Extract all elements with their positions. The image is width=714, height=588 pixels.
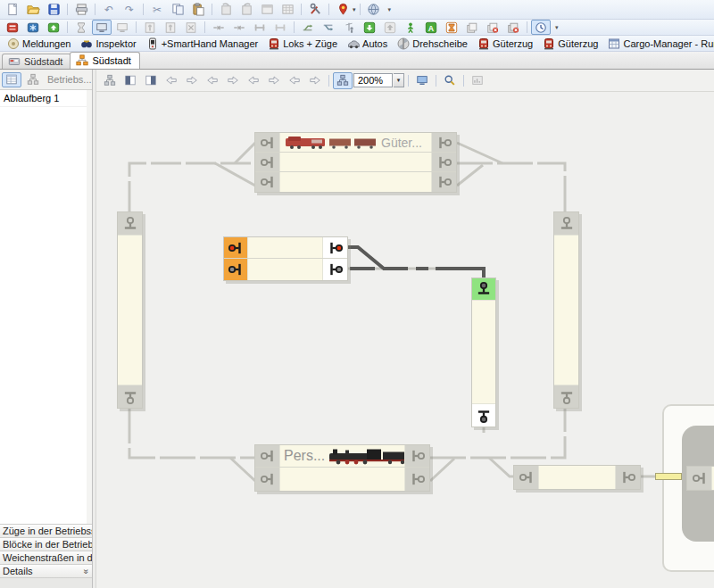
nav-arrow-left-icon[interactable] [162, 72, 181, 89]
nav-arrow-left-icon[interactable] [244, 72, 263, 89]
block-connector[interactable] [255, 468, 279, 491]
grid-window-icon[interactable] [278, 2, 297, 17]
pane-left-icon[interactable] [120, 72, 140, 89]
block-connector[interactable] [514, 466, 538, 489]
delete-stack-icon[interactable] [483, 20, 502, 35]
paste-icon[interactable] [188, 2, 208, 17]
block-connector[interactable] [118, 385, 142, 408]
zoom-dropdown[interactable]: ▾ [394, 73, 404, 87]
nav-arrow-left-icon[interactable] [285, 72, 304, 89]
crossing-icon[interactable] [209, 20, 228, 35]
redo-icon[interactable]: ↷ [120, 2, 139, 17]
auto-mode-icon[interactable]: A [421, 20, 441, 35]
tools-icon[interactable] [305, 2, 325, 17]
undo-icon[interactable]: ↶ [99, 2, 119, 17]
block-connector-selected[interactable] [224, 237, 247, 258]
block-group-personenzug[interactable]: Pers... [254, 444, 430, 492]
rotate-left-icon[interactable] [216, 2, 236, 17]
cut-icon[interactable]: ✂ [147, 2, 167, 17]
block-ablaufberg-selected[interactable] [223, 236, 348, 281]
window-button-autos[interactable]: Autos [343, 37, 392, 51]
find-icon[interactable] [440, 72, 460, 89]
nav-arrow-right-icon[interactable] [305, 72, 325, 89]
window-button-loks-zuege[interactable]: Loks + Züge [263, 37, 342, 51]
block-row[interactable] [255, 172, 456, 192]
block-connector[interactable] [432, 172, 456, 192]
block-connector-selected[interactable] [224, 259, 247, 280]
block-yard-entry[interactable] [686, 466, 714, 491]
window-button-inspektor[interactable]: Inspektor [76, 37, 140, 51]
clock-icon[interactable] [531, 20, 551, 35]
block-connector[interactable] [554, 212, 578, 235]
window-button-cargo-manager[interactable]: Cargo-Manager - Runde 0 [603, 37, 714, 51]
rotate-right-icon[interactable] [237, 2, 256, 17]
open-folder-icon[interactable] [23, 2, 43, 17]
section-bloecke[interactable]: Blöcke in der Betriebs...» [0, 537, 92, 551]
globe-icon[interactable] [364, 2, 384, 17]
buffer-right-icon[interactable] [270, 20, 290, 35]
new-document-icon[interactable] [3, 2, 22, 17]
properties-icon[interactable] [257, 2, 277, 17]
block-connector[interactable] [687, 467, 711, 490]
upload-gray-icon[interactable] [380, 20, 400, 35]
nav-arrow-right-icon[interactable] [264, 72, 284, 89]
toolbar-overflow[interactable]: ▾ [388, 6, 392, 13]
block-connector[interactable] [472, 404, 495, 427]
pane-right-icon[interactable] [141, 72, 161, 89]
delete-stack-icon[interactable] [503, 20, 523, 35]
fullscreen-icon[interactable] [412, 72, 432, 89]
window-button-smarthand[interactable]: +SmartHand Manager [142, 37, 263, 51]
power-icon[interactable] [23, 20, 43, 35]
block-connector[interactable] [118, 212, 142, 235]
toolbar-overflow[interactable]: ▾ [555, 24, 559, 31]
block-group-gueterzug[interactable]: Güter... [254, 132, 457, 193]
print-icon[interactable] [71, 2, 91, 17]
tree-view-icon[interactable] [23, 72, 43, 87]
hourglass-icon[interactable] [71, 20, 91, 35]
block-connector[interactable] [405, 468, 429, 491]
block-connector[interactable] [255, 172, 279, 192]
block-connector[interactable] [255, 445, 279, 467]
window-button-meldungen[interactable]: Meldungen [3, 37, 75, 51]
signal-window-icon[interactable] [140, 20, 160, 35]
section-weichenstrassen[interactable]: Weichenstraßen in de...» [0, 551, 92, 564]
block-row[interactable] [255, 468, 429, 491]
monitor-icon[interactable] [112, 20, 132, 35]
schematic-view-icon[interactable] [333, 72, 353, 89]
signal-window-icon[interactable] [161, 20, 180, 35]
timer-icon[interactable] [442, 20, 461, 35]
layout-tree-icon[interactable] [100, 72, 120, 89]
block-bottom-right[interactable] [513, 465, 641, 490]
worker-icon[interactable] [401, 20, 420, 35]
tab-suedstadt-dispatcher[interactable]: Südstadt [70, 52, 139, 69]
download-green-icon[interactable] [360, 20, 379, 35]
nav-arrow-right-icon[interactable] [223, 72, 243, 89]
block-connector-green[interactable] [472, 278, 495, 300]
block-connector[interactable] [323, 259, 347, 280]
nav-arrow-right-icon[interactable] [182, 72, 202, 89]
section-details[interactable]: Details» [0, 564, 92, 577]
block-connector[interactable] [323, 237, 347, 258]
window-button-drehscheibe[interactable]: Drehscheibe [393, 37, 472, 51]
block-row[interactable] [514, 466, 640, 489]
signal-window-close-icon[interactable] [181, 20, 201, 35]
block-row[interactable]: Güter... [255, 133, 456, 153]
route-switch-icon[interactable] [298, 20, 318, 35]
window-button-gueterzug-1[interactable]: Güterzug [473, 37, 537, 51]
block-row[interactable] [224, 259, 347, 280]
crossing-icon[interactable] [229, 20, 249, 35]
block-vertical-left[interactable] [117, 211, 143, 409]
stop-icon[interactable] [3, 20, 22, 35]
report-icon[interactable] [468, 72, 487, 89]
block-connector[interactable] [405, 445, 429, 467]
block-connector[interactable] [255, 153, 279, 171]
list-item-ablaufberg[interactable]: Ablaufberg 1 [0, 90, 87, 107]
section-zuege[interactable]: Züge in der Betriebsst...» [0, 524, 92, 537]
nav-arrow-left-icon[interactable] [203, 72, 222, 89]
monitor-active-icon[interactable] [92, 20, 112, 35]
track-diagram-canvas[interactable]: Güter... [96, 92, 714, 588]
block-row[interactable] [255, 153, 456, 172]
dispatcher-icon[interactable] [339, 20, 359, 35]
copy-icon[interactable] [168, 2, 187, 17]
block-connector[interactable] [616, 466, 640, 489]
